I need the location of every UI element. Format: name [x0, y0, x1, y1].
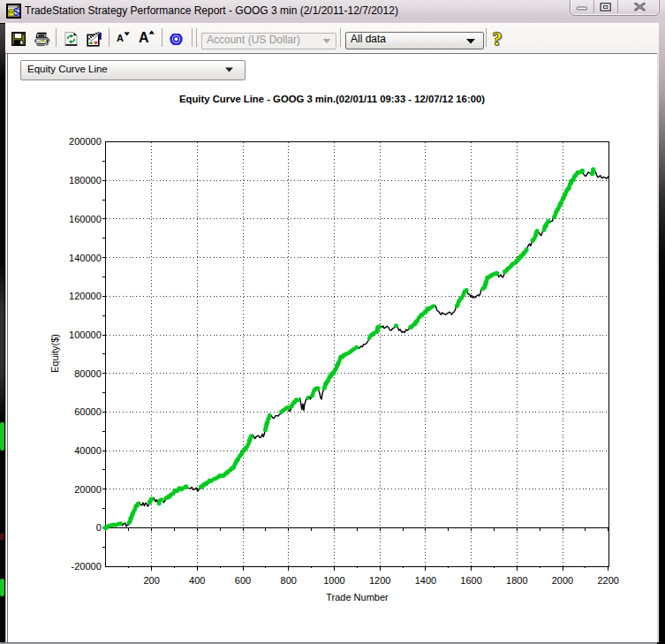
svg-text:80000: 80000 — [74, 368, 102, 379]
svg-text:0: 0 — [96, 522, 102, 533]
svg-text:-20000: -20000 — [72, 561, 102, 572]
svg-text:1800: 1800 — [506, 575, 527, 586]
svg-text:140000: 140000 — [69, 253, 102, 263]
svg-text:200: 200 — [143, 575, 159, 586]
svg-text:20000: 20000 — [74, 484, 102, 495]
svg-text:Equity Curve Line - GOOG 3 min: Equity Curve Line - GOOG 3 min.(02/01/11… — [179, 94, 485, 104]
svg-text:160000: 160000 — [69, 214, 102, 224]
svg-text:800: 800 — [281, 575, 297, 586]
svg-text:1600: 1600 — [460, 575, 481, 586]
svg-text:200000: 200000 — [69, 136, 102, 147]
svg-text:180000: 180000 — [69, 175, 102, 186]
svg-text:100000: 100000 — [69, 330, 102, 340]
svg-text:1000: 1000 — [323, 575, 344, 586]
svg-text:Equity($): Equity($) — [49, 334, 60, 373]
svg-text:1400: 1400 — [415, 575, 436, 586]
svg-text:60000: 60000 — [74, 406, 102, 417]
svg-text:1200: 1200 — [369, 575, 390, 586]
svg-text:2200: 2200 — [597, 575, 618, 586]
svg-text:40000: 40000 — [74, 445, 102, 456]
svg-text:2000: 2000 — [552, 575, 573, 586]
svg-text:120000: 120000 — [69, 291, 102, 301]
svg-text:600: 600 — [235, 575, 251, 586]
svg-text:Trade Number: Trade Number — [326, 592, 389, 602]
svg-text:400: 400 — [189, 575, 205, 586]
